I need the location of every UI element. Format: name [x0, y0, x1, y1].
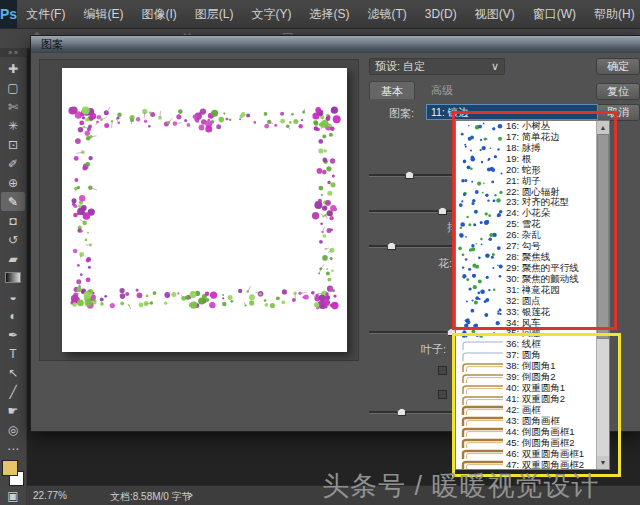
slider-track-3[interactable] — [369, 245, 454, 248]
ok-button[interactable]: 确定 — [596, 58, 640, 75]
document-size-info: 文档:8.58M/0 字节 — [110, 490, 192, 504]
list-scrollbar[interactable]: ▲ ▼ — [596, 121, 609, 469]
lasso-tool[interactable]: ✄ — [1, 97, 25, 116]
eyedropper-icon: ✐ — [8, 157, 18, 171]
leaf-checkbox-1[interactable] — [438, 366, 447, 375]
pattern-list-rows: 16: 小树丛17: 简单花边18: 脉搏19: 根20: 蛇形21: 胡子22… — [456, 121, 598, 469]
clone-stamp-tool[interactable]: ◘ — [1, 211, 25, 230]
status-chevron-icon[interactable]: > — [187, 490, 193, 501]
rectangular-marquee-tool[interactable]: ▢ — [1, 78, 25, 97]
slider-thumb-3[interactable] — [387, 242, 396, 250]
pattern-thumbnail-icon — [458, 449, 504, 459]
chevron-down-icon: ∨ — [491, 60, 499, 73]
pattern-thumbnail-icon — [458, 231, 504, 241]
pattern-value-dropdown[interactable]: 11: 镶边 — [426, 104, 598, 120]
move-icon: ✚ — [8, 62, 18, 76]
pattern-thumbnail-icon — [458, 154, 504, 164]
tab-basic[interactable]: 基本 — [369, 81, 415, 99]
foreground-color-swatch[interactable] — [2, 460, 18, 476]
menu-item-0[interactable]: 文件(F) — [17, 0, 74, 28]
foreground-background-swatches[interactable] — [1, 460, 25, 486]
hand-tool[interactable]: ☛ — [1, 401, 25, 420]
rectangular-marquee-icon: ▢ — [7, 81, 18, 95]
move-tool[interactable]: ✚ — [1, 59, 25, 78]
slider-thumb-2[interactable] — [438, 207, 447, 215]
watermark-text: 头条号 / 暖暖视觉设计 — [322, 468, 600, 504]
zoom-tool[interactable]: ◎ — [1, 420, 25, 439]
menu-item-7[interactable]: 3D(D) — [416, 0, 466, 28]
photoshop-logo[interactable]: Ps — [0, 0, 17, 28]
screen-mode-button-icon: ▣ — [7, 489, 18, 503]
eraser-icon: ▰ — [8, 252, 17, 266]
brush-icon: ✎ — [8, 195, 18, 209]
cancel-button[interactable]: 取消 — [596, 104, 640, 121]
blur-tool[interactable]: ◒ — [1, 287, 25, 306]
menu-item-5[interactable]: 选择(S) — [300, 0, 358, 28]
menu-item-1[interactable]: 编辑(E) — [74, 0, 132, 28]
crop-tool[interactable]: ⊡ — [1, 135, 25, 154]
magic-wand-tool[interactable]: ✳ — [1, 116, 25, 135]
menu-item-4[interactable]: 文字(Y) — [242, 0, 300, 28]
menu-item-9[interactable]: 窗口(W) — [524, 0, 585, 28]
slider-thumb-1[interactable] — [405, 171, 414, 179]
slider-track-5[interactable] — [369, 411, 454, 414]
menu-items: 文件(F)编辑(E)图像(I)图层(L)文字(Y)选择(S)滤镜(T)3D(D)… — [17, 0, 640, 28]
dialog-title-bar[interactable]: 图案 — [31, 36, 640, 53]
pattern-thumbnail-icon — [458, 253, 504, 263]
pattern-dropdown-list: 16: 小树丛17: 简单花边18: 脉搏19: 根20: 蛇形21: 胡子22… — [455, 120, 610, 470]
pattern-thumbnail-icon — [458, 296, 504, 306]
clone-stamp-icon: ◘ — [9, 214, 16, 228]
eyedropper-tool[interactable]: ✐ — [1, 154, 25, 173]
preview-panel — [39, 59, 359, 361]
pattern-thumbnail-icon — [458, 307, 504, 317]
menu-item-3[interactable]: 图层(L) — [186, 0, 243, 28]
menu-item-6[interactable]: 滤镜(T) — [358, 0, 415, 28]
lasso-icon: ✄ — [8, 100, 18, 114]
document-canvas[interactable] — [62, 68, 347, 352]
pattern-thumbnail-icon — [458, 121, 504, 131]
toolbar-collapse-button[interactable]: » » — [0, 48, 26, 57]
pattern-thumbnail-icon — [458, 329, 504, 339]
edit-toolbar-button[interactable]: ⋯ — [1, 439, 25, 458]
pattern-thumbnail-icon — [458, 427, 504, 437]
brush-tool[interactable]: ✎ — [1, 192, 25, 211]
screen-mode-button[interactable]: ▣ — [1, 486, 25, 505]
gradient-tool[interactable] — [1, 268, 25, 287]
scrollbar-thumb[interactable] — [597, 134, 609, 339]
flower-section-label: 花: — [438, 256, 452, 271]
pattern-thumbnail-icon — [458, 274, 504, 284]
path-selection-tool[interactable]: ↖ — [1, 363, 25, 382]
slider-track-4[interactable] — [369, 331, 454, 334]
menu-item-10[interactable]: 帮助(H) — [585, 0, 640, 28]
dialog-title: 图案 — [41, 38, 63, 50]
eraser-tool[interactable]: ▰ — [1, 249, 25, 268]
pattern-thumbnail-icon — [458, 187, 504, 197]
dodge-icon: ◐ — [9, 309, 16, 323]
type-tool[interactable]: T — [1, 344, 25, 363]
slider-thumb-5[interactable] — [397, 408, 406, 416]
pattern-thumbnail-icon — [458, 285, 504, 295]
leaf-checkbox-2[interactable] — [438, 390, 447, 399]
preset-dropdown[interactable]: 预设: 自定 ∨ — [369, 58, 505, 75]
reset-button[interactable]: 复位 — [596, 83, 640, 100]
tool-bar: » »✚▢✄✳⊡✐⊕✎◘↺▰◒◐✒T↖╱☛◎⋯▣ — [0, 48, 27, 505]
leaf-section-label: 叶子: — [421, 342, 446, 357]
history-brush-tool[interactable]: ↺ — [1, 230, 25, 249]
zoom-level-field[interactable]: 22.77% — [33, 490, 67, 501]
menu-item-2[interactable]: 图像(I) — [132, 0, 185, 28]
tab-advanced[interactable]: 高级 — [419, 81, 465, 99]
pattern-thumbnail-icon — [458, 373, 504, 383]
healing-brush-icon: ⊕ — [8, 176, 18, 190]
pen-tool[interactable]: ✒ — [1, 325, 25, 344]
pattern-thumbnail-icon — [458, 362, 504, 372]
pattern-thumbnail-icon — [458, 143, 504, 153]
scroll-up-icon[interactable]: ▲ — [597, 121, 609, 134]
pattern-thumbnail-icon — [458, 351, 504, 361]
healing-brush-tool[interactable]: ⊕ — [1, 173, 25, 192]
photoshop-window: Ps 文件(F)编辑(E)图像(I)图层(L)文字(Y)选择(S)滤镜(T)3D… — [0, 0, 640, 505]
menu-item-8[interactable]: 视图(V) — [466, 0, 524, 28]
dodge-tool[interactable]: ◐ — [1, 306, 25, 325]
hand-icon: ☛ — [8, 404, 19, 418]
line-tool[interactable]: ╱ — [1, 382, 25, 401]
path-selection-icon: ↖ — [8, 366, 18, 380]
